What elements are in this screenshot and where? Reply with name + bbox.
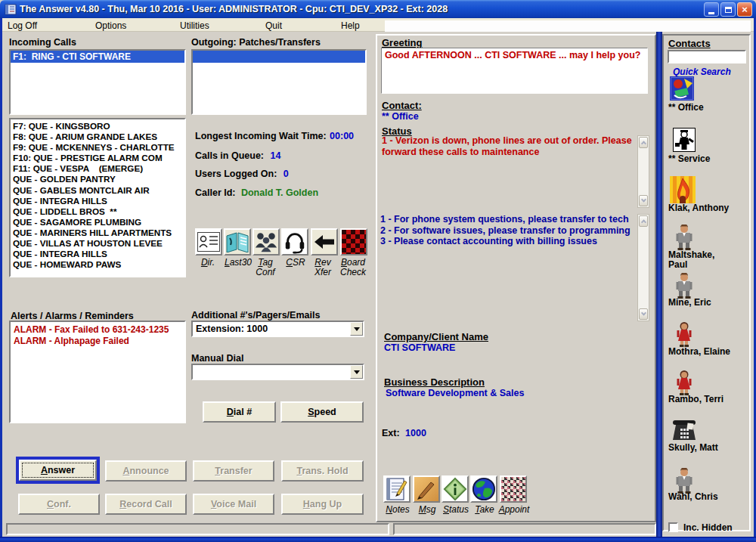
queue-item[interactable]: QUE - VILLAS AT HOUSTON LEVEE <box>13 238 184 249</box>
chevron-down-icon[interactable] <box>350 365 363 379</box>
answer-button[interactable]: Answer <box>19 460 97 481</box>
queue-item[interactable]: F11: QUE - VESPA (EMERGE) <box>13 163 184 174</box>
queue-item[interactable]: QUE - INTEGRA HILLS <box>13 196 184 206</box>
contact-name[interactable]: Mine, Eric <box>668 298 711 308</box>
contact-name[interactable]: Wahl, Chris <box>668 492 718 502</box>
titlebar: The Answer v4.80 - Thu, Mar 10 2016 - Us… <box>0 0 756 18</box>
queue-item[interactable]: QUE - MARINERS HILL APARTMENTS <box>13 228 184 238</box>
contact-name[interactable]: Klak, Anthony <box>668 203 729 213</box>
contact-name[interactable]: Maltshake, Paul <box>668 250 724 270</box>
minimize-icon <box>708 12 714 14</box>
alerts-listbox[interactable]: ALARM - Fax Failed to 631-243-1235 ALARM… <box>9 321 186 423</box>
message-button[interactable] <box>413 475 440 503</box>
directory-card-icon <box>197 232 220 252</box>
manual-dial-combo[interactable] <box>191 364 364 380</box>
csr-button[interactable] <box>281 228 308 256</box>
man-gray-suit-icon <box>674 468 694 494</box>
instruction-line: 1 - For phone system questions, please t… <box>380 214 631 225</box>
queue-item[interactable]: F7: QUE - KINGSBORO <box>13 121 184 132</box>
business-description-label: Business Description <box>384 376 485 388</box>
speed-button[interactable]: Speed <box>280 401 364 423</box>
outgoing-listbox[interactable] <box>191 49 367 115</box>
service-worker-icon <box>673 128 696 152</box>
extension-combo-value: Extension: 1000 <box>196 323 268 335</box>
take-button[interactable] <box>470 475 497 503</box>
info-scrollbar[interactable] <box>637 214 649 321</box>
chevron-down-icon[interactable] <box>350 322 363 336</box>
inc-hidden-checkbox[interactable] <box>668 522 678 532</box>
menu-quit[interactable]: Quit <box>265 20 282 31</box>
queue-item[interactable]: F10: QUE - PRESTIGE ALARM COM <box>13 153 184 163</box>
transfer-button[interactable]: Transfer <box>193 460 274 482</box>
calls-in-queue-value: 14 <box>270 150 280 161</box>
company-name-label: Company/Client Name <box>384 331 488 342</box>
board-check-button[interactable] <box>340 228 367 256</box>
status-scrollbar[interactable] <box>637 135 649 208</box>
queue-item[interactable]: F9: QUE - MCKENNEYS - CHARLOTTE <box>13 142 184 153</box>
contact-item[interactable] <box>670 176 696 206</box>
contact-item[interactable] <box>673 128 696 155</box>
client-info-panel: Greeting Good AFTERNOON ... CTI SOFTWARE… <box>376 34 656 522</box>
scroll-up-icon[interactable] <box>639 215 648 227</box>
man-gray-suit-icon <box>674 225 694 250</box>
board-check-caption: Board Check <box>336 258 370 277</box>
queue-item[interactable]: QUE - GABLES MONTCLAIR AIR <box>13 185 184 196</box>
menu-help[interactable]: Help <box>341 20 360 31</box>
record-call-button[interactable]: Record Call <box>105 494 187 515</box>
scroll-down-icon[interactable] <box>639 195 648 206</box>
contact-name[interactable]: Rambo, Terri <box>668 395 723 404</box>
queue-item[interactable]: QUE - GOLDEN PANTRY <box>13 174 184 184</box>
announce-button[interactable]: Announce <box>105 460 187 482</box>
status-icon-button[interactable] <box>442 475 469 503</box>
outgoing-selected-row[interactable] <box>193 51 365 63</box>
active-incoming-call[interactable]: F1: RING - CTI SOFTWARE <box>11 51 184 63</box>
directory-button[interactable] <box>195 228 222 256</box>
tag-conference-button[interactable] <box>253 228 280 256</box>
maximize-button[interactable] <box>720 2 736 17</box>
last30-button[interactable] <box>224 228 251 256</box>
voice-mail-button[interactable]: Voice Mail <box>193 494 274 515</box>
notes-button[interactable] <box>383 475 411 503</box>
inc-hidden-label: Inc. Hidden <box>683 523 733 533</box>
take-globe-icon <box>472 477 496 501</box>
scroll-down-icon[interactable] <box>639 308 648 320</box>
menu-log-off[interactable]: Log Off <box>8 20 37 31</box>
minimize-button[interactable] <box>704 2 719 17</box>
greeting-text-box[interactable]: Good AFTERNOON ... CTI SOFTWARE ... may … <box>381 48 648 94</box>
conf-button[interactable]: Conf. <box>18 494 100 515</box>
queue-item[interactable]: F8: QUE - ARIUM GRANDE LAKES <box>13 132 184 142</box>
queue-listbox[interactable]: F7: QUE - KINGSBORO F8: QUE - ARIUM GRAN… <box>9 118 186 277</box>
alarm-item[interactable]: ALARM - Fax Failed to 631-243-1235 <box>14 324 184 336</box>
contact-name[interactable]: ** Service <box>668 154 710 164</box>
contact-value: ** Office <box>382 111 419 122</box>
contact-item[interactable] <box>671 418 697 445</box>
dial-number-button[interactable]: Dial # <box>203 401 276 423</box>
incoming-calls-label: Incoming Calls <box>9 37 76 48</box>
scroll-up-icon[interactable] <box>639 137 648 148</box>
contacts-panel: Contacts Quick Search ** Office ** Servi… <box>662 34 751 531</box>
status-bar-left <box>6 523 389 535</box>
incoming-calls-listbox[interactable]: F1: RING - CTI SOFTWARE <box>9 49 186 115</box>
trans-hold-button[interactable]: Trans. Hold <box>281 460 364 482</box>
queue-item[interactable]: QUE - INTEGRA HILLS <box>13 249 184 259</box>
hang-up-button[interactable]: Hang Up <box>281 494 364 515</box>
appointment-button[interactable] <box>500 475 527 503</box>
queue-item[interactable]: QUE - HOMEWARD PAWS <box>13 259 184 270</box>
menu-utilities[interactable]: Utilities <box>180 20 209 31</box>
contacts-search-input[interactable] <box>668 50 746 63</box>
csr-headset-icon <box>283 229 307 255</box>
queue-item[interactable]: QUE - SAGAMORE PLUMBING <box>13 217 184 228</box>
reverse-transfer-button[interactable] <box>311 228 338 256</box>
contact-name[interactable]: Mothra, Elaine <box>668 347 730 357</box>
menu-options[interactable]: Options <box>95 20 126 31</box>
extension-combo[interactable]: Extension: 1000 <box>191 321 364 337</box>
contact-name[interactable]: ** Office <box>668 103 704 113</box>
alarm-item[interactable]: ALARM - Alphapage Failed <box>14 336 184 347</box>
queue-item[interactable]: QUE - LIDDELL BROS ** <box>13 206 184 217</box>
app-window: The Answer v4.80 - Thu, Mar 10 2016 - Us… <box>0 0 756 542</box>
wait-time-value: 00:00 <box>330 131 354 141</box>
contact-name[interactable]: Skully, Matt <box>668 443 718 453</box>
close-button[interactable]: × <box>737 2 752 17</box>
woman-red-dress-icon <box>674 370 694 395</box>
contact-item[interactable] <box>670 76 694 104</box>
